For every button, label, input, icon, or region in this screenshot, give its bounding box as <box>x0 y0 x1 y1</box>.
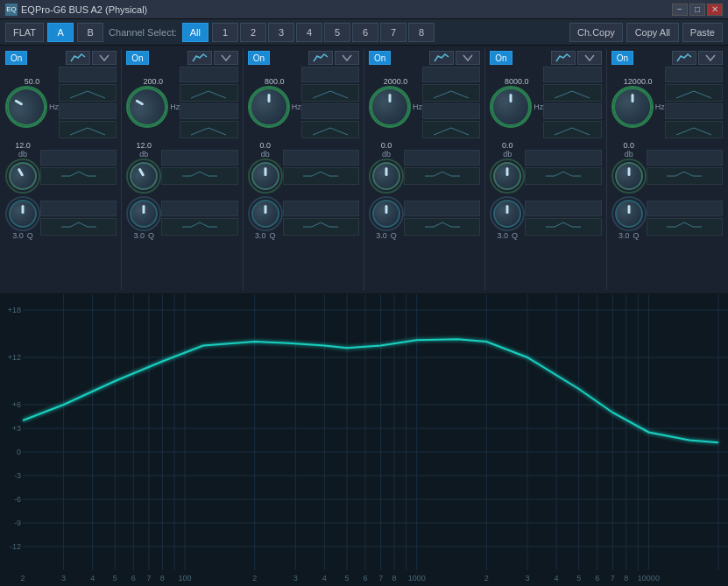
band-5-mini-curve-4 <box>525 218 601 236</box>
band-4-filter-down[interactable] <box>456 51 480 65</box>
band-5-freq-value: 8000.0 <box>505 77 529 86</box>
paste-button[interactable]: Paste <box>682 23 723 42</box>
channel-1-button[interactable]: 1 <box>212 23 238 42</box>
band-4-freq-knob[interactable] <box>371 88 409 126</box>
band-3-mini-btn-3[interactable] <box>283 150 359 166</box>
preset-b-button[interactable]: B <box>77 23 103 42</box>
channel-all-button[interactable]: All <box>182 23 209 42</box>
band-1-mini-btn-4[interactable] <box>40 201 117 216</box>
band-6-db-knob[interactable] <box>615 162 643 190</box>
band-2-q-knob[interactable] <box>130 200 158 228</box>
band-divider-5 <box>606 49 607 290</box>
band-2-mini-btn-4[interactable] <box>161 201 237 216</box>
close-button[interactable]: ✕ <box>707 4 723 16</box>
channel-3-button[interactable]: 3 <box>268 23 294 42</box>
band-1-freq-ring <box>5 86 47 128</box>
band-4-mini-btn-4[interactable] <box>404 201 480 216</box>
channel-4-button[interactable]: 4 <box>296 23 322 42</box>
band-5-mini-btn-4[interactable] <box>525 201 601 216</box>
band-col-3: On 800.0 Hz <box>246 49 361 290</box>
band-1-q-ring <box>5 196 40 231</box>
band-3-on-button[interactable]: On <box>248 51 270 65</box>
band-2-db-knob[interactable] <box>124 157 163 195</box>
band-5-mini-btn-1[interactable] <box>543 67 601 82</box>
band-4-mini-btn-1[interactable] <box>422 67 480 82</box>
band-4-mini-btn-2[interactable] <box>422 103 480 119</box>
band-5-header: On <box>490 51 601 65</box>
band-1-mini-btn-2[interactable] <box>59 103 117 119</box>
band-3-filter-down[interactable] <box>335 51 359 65</box>
band-1-filter-down[interactable] <box>92 51 117 65</box>
band-3-filter-up[interactable] <box>308 51 333 65</box>
band-1-mini-curve-1 <box>59 84 117 102</box>
preset-a-button[interactable]: A <box>47 23 74 42</box>
band-2-mini-btn-1[interactable] <box>180 67 237 82</box>
band-5-q-section: 3.0 Q <box>490 196 525 240</box>
band-5-mini-controls-2 <box>525 150 601 185</box>
band-5-filter-up[interactable] <box>551 51 576 65</box>
flat-button[interactable]: FLAT <box>5 23 44 42</box>
band-4-filter-up[interactable] <box>429 51 454 65</box>
band-2-filter-down[interactable] <box>214 51 238 65</box>
band-3-freq-value: 800.0 <box>265 77 285 86</box>
band-6-mini-btn-3[interactable] <box>647 150 723 166</box>
band-2-mini-btn-3[interactable] <box>161 150 237 166</box>
band-3-mini-btn-1[interactable] <box>301 67 359 82</box>
title-bar: EQ EQPro-G6 BUS A2 (Physical) − □ ✕ <box>0 0 728 19</box>
band-6-filter-down[interactable] <box>698 51 723 65</box>
band-5-db-knob[interactable] <box>493 162 521 190</box>
band-3-q-knob[interactable] <box>251 200 279 228</box>
channel-8-button[interactable]: 8 <box>408 23 435 42</box>
band-2-freq-knob[interactable] <box>121 81 173 133</box>
band-5-mini-btn-2[interactable] <box>543 103 601 119</box>
band-1-on-button[interactable]: On <box>5 51 27 65</box>
band-3-db-knob[interactable] <box>251 162 279 190</box>
band-4-db-ring <box>369 159 404 194</box>
band-4-on-button[interactable]: On <box>369 51 391 65</box>
band-3-mini-btn-4[interactable] <box>283 201 359 216</box>
band-6-filter-up[interactable] <box>672 51 696 65</box>
band-1-filter-up[interactable] <box>66 51 90 65</box>
band-6-freq-knob[interactable] <box>613 88 652 126</box>
band-1-db-knob[interactable] <box>4 157 42 195</box>
band-1-q-knob[interactable] <box>9 200 37 228</box>
band-1-mini-curve-2 <box>59 121 117 138</box>
band-6-mini-btn-2[interactable] <box>665 103 723 119</box>
band-6-on-button[interactable]: On <box>611 51 633 65</box>
band-3-mini-btn-2[interactable] <box>301 103 359 119</box>
channel-6-button[interactable]: 6 <box>352 23 378 42</box>
band-col-4: On 2000.0 Hz <box>367 49 482 290</box>
band-6-mini-btn-4[interactable] <box>647 201 723 216</box>
band-1-freq-knob[interactable] <box>0 81 53 133</box>
band-2-mini-controls-3 <box>161 201 237 236</box>
band-2-mini-btn-2[interactable] <box>180 103 237 119</box>
maximize-button[interactable]: □ <box>689 4 705 16</box>
band-1-mini-controls-3 <box>40 201 117 236</box>
band-4-db-knob[interactable] <box>372 162 400 190</box>
channel-7-button[interactable]: 7 <box>380 23 406 42</box>
copy-all-button[interactable]: Copy All <box>626 23 679 42</box>
band-3-freq-knob[interactable] <box>250 88 288 126</box>
band-4-q-knob[interactable] <box>372 200 400 228</box>
ch-copy-button[interactable]: Ch.Copy <box>569 23 623 42</box>
band-2-mini-controls <box>180 67 237 138</box>
band-6-mini-btn-1[interactable] <box>665 67 723 82</box>
band-1-mini-btn-3[interactable] <box>40 150 117 166</box>
toolbar: FLAT A B Channel Select: All 1 2 3 4 5 6… <box>0 19 728 46</box>
minimize-button[interactable]: − <box>672 4 688 16</box>
band-5-freq-knob[interactable] <box>491 88 530 126</box>
band-2-filter-up[interactable] <box>187 51 212 65</box>
channel-2-button[interactable]: 2 <box>240 23 266 42</box>
band-2-on-button[interactable]: On <box>126 51 148 65</box>
channel-5-button[interactable]: 5 <box>324 23 350 42</box>
band-5-q-knob[interactable] <box>493 200 521 228</box>
band-1-mini-btn-1[interactable] <box>59 67 117 82</box>
band-5-on-button[interactable]: On <box>490 51 512 65</box>
band-5-db-value: 0.0 <box>502 141 513 150</box>
band-6-q-knob[interactable] <box>615 200 643 228</box>
band-3-mini-controls <box>301 67 359 138</box>
band-4-mini-btn-3[interactable] <box>404 150 480 166</box>
band-5-mini-btn-3[interactable] <box>525 150 601 166</box>
band-5-filter-down[interactable] <box>577 51 602 65</box>
band-5-mini-curve-2 <box>543 121 601 138</box>
